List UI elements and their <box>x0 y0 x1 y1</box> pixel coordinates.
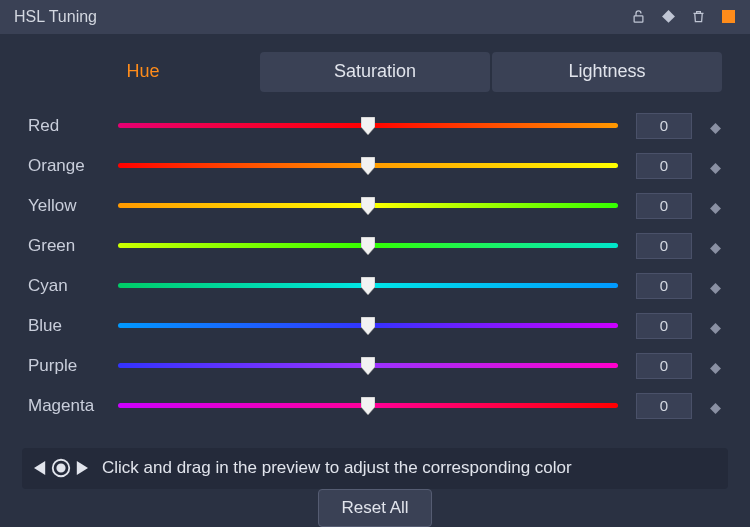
tab-hue[interactable]: Hue <box>28 52 258 92</box>
slider-track <box>118 243 618 248</box>
keyframe-button-cyan[interactable] <box>710 280 722 292</box>
header-icon-group <box>630 9 736 25</box>
value-input-magenta[interactable]: 0 <box>636 393 692 419</box>
slider-track <box>118 203 618 208</box>
color-label-orange: Orange <box>28 156 118 176</box>
drag-target-icon[interactable] <box>34 457 88 479</box>
value-input-cyan[interactable]: 0 <box>636 273 692 299</box>
slider-yellow[interactable] <box>118 196 618 216</box>
svg-marker-18 <box>34 461 45 475</box>
value-input-yellow[interactable]: 0 <box>636 193 692 219</box>
color-row-blue: Blue0 <box>28 306 722 346</box>
tab-saturation[interactable]: Saturation <box>260 52 490 92</box>
svg-rect-1 <box>662 10 675 23</box>
color-row-red: Red0 <box>28 106 722 146</box>
svg-rect-15 <box>710 363 721 374</box>
color-label-blue: Blue <box>28 316 118 336</box>
keyframe-button-orange[interactable] <box>710 160 722 172</box>
slider-track <box>118 323 618 328</box>
tab-bar: Hue Saturation Lightness <box>0 34 750 100</box>
value-input-green[interactable]: 0 <box>636 233 692 259</box>
svg-rect-9 <box>710 243 721 254</box>
slider-cyan[interactable] <box>118 276 618 296</box>
keyframe-icon[interactable] <box>660 9 676 25</box>
color-row-magenta: Magenta0 <box>28 386 722 426</box>
keyframe-button-red[interactable] <box>710 120 722 132</box>
tab-lightness[interactable]: Lightness <box>492 52 722 92</box>
slider-orange[interactable] <box>118 156 618 176</box>
slider-purple[interactable] <box>118 356 618 376</box>
color-rows: Red0Orange0Yellow0Green0Cyan0Blue0Purple… <box>0 100 750 426</box>
svg-rect-17 <box>710 403 721 414</box>
slider-red[interactable] <box>118 116 618 136</box>
svg-rect-3 <box>710 123 721 134</box>
slider-track <box>118 283 618 288</box>
hint-text: Click and drag in the preview to adjust … <box>102 458 572 478</box>
color-label-green: Green <box>28 236 118 256</box>
keyframe-button-purple[interactable] <box>710 360 722 372</box>
value-input-purple[interactable]: 0 <box>636 353 692 379</box>
color-row-orange: Orange0 <box>28 146 722 186</box>
unlock-icon[interactable] <box>630 9 646 25</box>
color-label-yellow: Yellow <box>28 196 118 216</box>
svg-point-20 <box>57 465 64 472</box>
color-label-magenta: Magenta <box>28 396 118 416</box>
color-label-purple: Purple <box>28 356 118 376</box>
color-row-yellow: Yellow0 <box>28 186 722 226</box>
slider-blue[interactable] <box>118 316 618 336</box>
slider-track <box>118 163 618 168</box>
value-input-red[interactable]: 0 <box>636 113 692 139</box>
hint-bar: Click and drag in the preview to adjust … <box>22 448 728 489</box>
slider-magenta[interactable] <box>118 396 618 416</box>
slider-track <box>118 403 618 408</box>
slider-track <box>118 123 618 128</box>
svg-rect-0 <box>634 16 643 22</box>
svg-rect-13 <box>710 323 721 334</box>
keyframe-button-magenta[interactable] <box>710 400 722 412</box>
reset-all-button[interactable]: Reset All <box>318 489 431 527</box>
value-input-blue[interactable]: 0 <box>636 313 692 339</box>
color-row-green: Green0 <box>28 226 722 266</box>
color-row-purple: Purple0 <box>28 346 722 386</box>
color-label-red: Red <box>28 116 118 136</box>
keyframe-button-yellow[interactable] <box>710 200 722 212</box>
keyframe-button-blue[interactable] <box>710 320 722 332</box>
panel-title: HSL Tuning <box>14 8 630 26</box>
svg-rect-11 <box>710 283 721 294</box>
panel-footer: Reset All <box>0 489 750 527</box>
svg-rect-5 <box>710 163 721 174</box>
svg-marker-21 <box>77 461 88 475</box>
panel-header: HSL Tuning <box>0 0 750 34</box>
svg-rect-7 <box>710 203 721 214</box>
color-label-cyan: Cyan <box>28 276 118 296</box>
keyframe-button-green[interactable] <box>710 240 722 252</box>
value-input-orange[interactable]: 0 <box>636 153 692 179</box>
color-marker-icon[interactable] <box>720 9 736 25</box>
slider-track <box>118 363 618 368</box>
trash-icon[interactable] <box>690 9 706 25</box>
color-row-cyan: Cyan0 <box>28 266 722 306</box>
hsl-tuning-panel: HSL Tuning Hu <box>0 0 750 527</box>
slider-green[interactable] <box>118 236 618 256</box>
